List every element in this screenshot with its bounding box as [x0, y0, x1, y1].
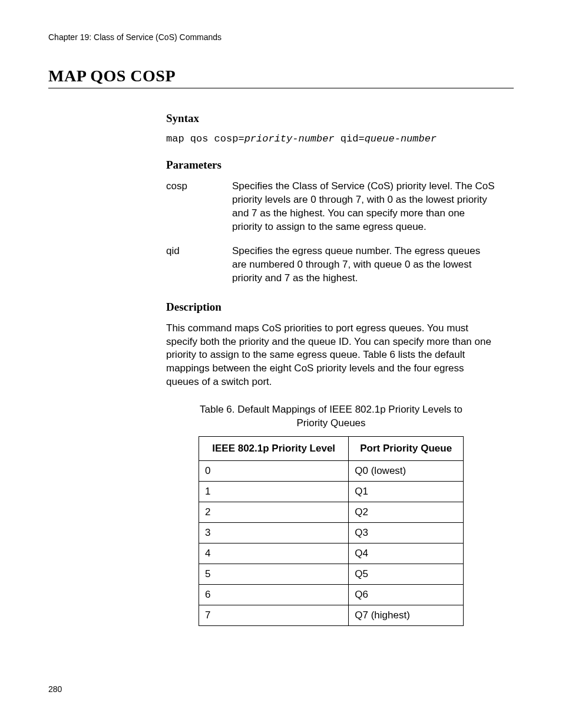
table-cell: Q7 (highest)	[349, 605, 464, 626]
table-cell: 2	[199, 502, 349, 523]
content-area: Syntax map qos cosp=priority-number qid=…	[166, 112, 496, 626]
syntax-mid: qid=	[335, 133, 365, 144]
syntax-line: map qos cosp=priority-number qid=queue-n…	[166, 133, 496, 144]
param-row: qid Specifies the egress queue number. T…	[166, 245, 496, 285]
table-cell: 1	[199, 482, 349, 502]
description-heading: Description	[166, 301, 496, 314]
param-name: qid	[166, 245, 232, 285]
chapter-header: Chapter 19: Class of Service (CoS) Comma…	[48, 32, 514, 42]
table-cell: Q0 (lowest)	[349, 461, 464, 482]
table-caption: Table 6. Default Mappings of IEEE 802.1p…	[184, 403, 478, 430]
table-header-row: IEEE 802.1p Priority Level Port Priority…	[199, 437, 464, 461]
table-row: 0 Q0 (lowest)	[199, 461, 464, 482]
page-title: MAP QOS COSP	[48, 67, 514, 85]
table-cell: 7	[199, 605, 349, 626]
table-header: Port Priority Queue	[349, 437, 464, 461]
table-row: 6 Q6	[199, 585, 464, 605]
syntax-arg1: priority-number	[244, 133, 335, 144]
table-row: 7 Q7 (highest)	[199, 605, 464, 626]
table-cell: 3	[199, 523, 349, 543]
description-text: This command maps CoS priorities to port…	[166, 322, 496, 390]
mapping-table: IEEE 802.1p Priority Level Port Priority…	[199, 436, 464, 626]
syntax-arg2: queue-number	[365, 133, 437, 144]
table-header: IEEE 802.1p Priority Level	[199, 437, 349, 461]
title-block: MAP QOS COSP	[48, 67, 514, 88]
page: Chapter 19: Class of Service (CoS) Comma…	[0, 0, 562, 728]
param-name: cosp	[166, 180, 232, 234]
table-cell: Q4	[349, 543, 464, 564]
table-cell: 4	[199, 543, 349, 564]
page-number: 280	[48, 684, 62, 694]
param-desc: Specifies the Class of Service (CoS) pri…	[232, 180, 496, 234]
table-row: 3 Q3	[199, 523, 464, 543]
table-row: 1 Q1	[199, 482, 464, 502]
table-cell: Q3	[349, 523, 464, 543]
param-desc: Specifies the egress queue number. The e…	[232, 245, 496, 285]
param-row: cosp Specifies the Class of Service (CoS…	[166, 180, 496, 234]
table-row: 5 Q5	[199, 564, 464, 585]
table-cell: Q1	[349, 482, 464, 502]
table-cell: Q2	[349, 502, 464, 523]
parameters-heading: Parameters	[166, 159, 496, 172]
table-cell: Q5	[349, 564, 464, 585]
table-cell: 0	[199, 461, 349, 482]
table-cell: 6	[199, 585, 349, 605]
syntax-heading: Syntax	[166, 112, 496, 125]
syntax-prefix: map qos cosp=	[166, 133, 244, 144]
table-cell: Q6	[349, 585, 464, 605]
table-cell: 5	[199, 564, 349, 585]
table-row: 2 Q2	[199, 502, 464, 523]
table-row: 4 Q4	[199, 543, 464, 564]
